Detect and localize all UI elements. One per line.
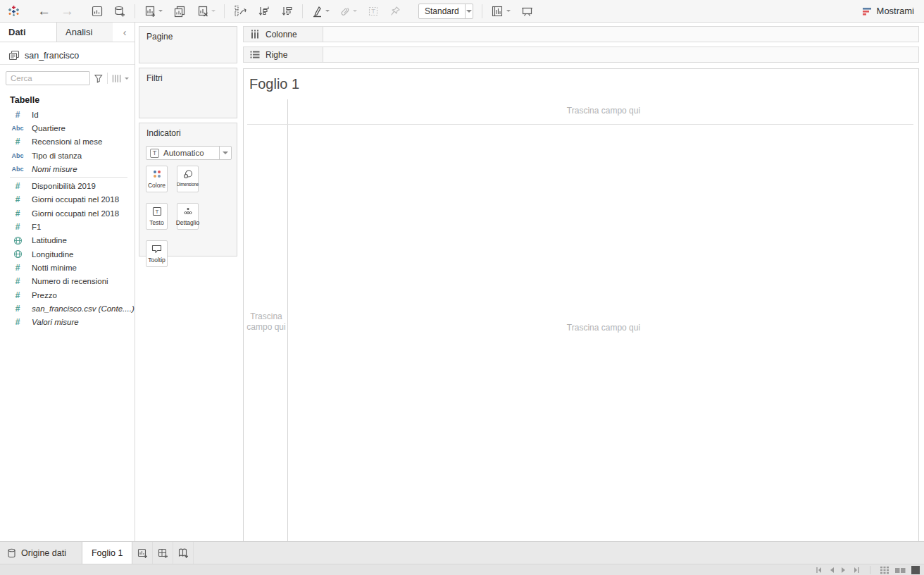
- sort-ascending-button[interactable]: [257, 5, 270, 18]
- group-caret: [353, 10, 357, 12]
- color-button[interactable]: Colore: [146, 166, 168, 192]
- highlight-button[interactable]: [311, 5, 330, 18]
- detail-button[interactable]: Dettaglio: [177, 203, 199, 230]
- new-worksheet-tab-button[interactable]: [132, 542, 153, 564]
- search-input[interactable]: [6, 71, 90, 85]
- new-datasource-button[interactable]: [113, 5, 126, 18]
- size-button[interactable]: Dimensione: [177, 166, 199, 192]
- field-disponibilita-2019[interactable]: #Disponibilità 2019: [10, 179, 135, 192]
- mark-label-icon: T: [367, 5, 380, 18]
- sheet-sorter-icon[interactable]: [880, 567, 889, 574]
- columns-drop-area[interactable]: [323, 27, 918, 42]
- datasource-tab[interactable]: Origine dati: [0, 542, 76, 564]
- field-giorni-occupati-2018-a[interactable]: #Giorni occupati nel 2018: [10, 193, 135, 206]
- detail-label: Dettaglio: [176, 219, 200, 226]
- field-longitudine[interactable]: Longitudine: [10, 247, 135, 261]
- detail-icon: [183, 204, 193, 219]
- clear-sheet-caret: [211, 10, 216, 12]
- dimension-measure-divider: [10, 177, 127, 178]
- field-nomi-misure[interactable]: AbcNomi misure: [10, 162, 135, 175]
- cell-size-icon: [491, 5, 504, 18]
- globe-icon: [10, 249, 25, 259]
- back-arrow-icon: ←: [37, 4, 51, 18]
- show-mark-labels-button[interactable]: T: [367, 5, 380, 18]
- field-recensioni-al-mese[interactable]: #Recensioni al mese: [10, 135, 135, 149]
- tab-data[interactable]: Dati: [0, 23, 56, 42]
- size-icon: [182, 166, 194, 182]
- pane-tabs: Dati Analisi ‹: [0, 23, 135, 42]
- filter-funnel-icon[interactable]: [94, 73, 104, 83]
- active-sheet-view-icon[interactable]: [911, 566, 920, 574]
- columns-label-text: Colonne: [266, 30, 297, 39]
- save-icon: [91, 5, 104, 18]
- new-worksheet-tab-icon: [137, 548, 149, 559]
- field-id[interactable]: #Id: [10, 108, 135, 121]
- number-icon: #: [10, 110, 25, 120]
- duplicate-button[interactable]: [173, 5, 187, 18]
- field-numero-di-recensioni[interactable]: #Numero di recensioni: [10, 275, 135, 288]
- sort-descending-icon: [280, 5, 294, 18]
- mark-buttons: Colore Dimensione T Testo: [139, 166, 237, 278]
- cell-size-caret: [506, 10, 511, 12]
- undo-button[interactable]: ←: [37, 4, 51, 18]
- field-prezzo[interactable]: #Prezzo: [10, 288, 135, 302]
- tab-analytics[interactable]: Analisi: [56, 23, 113, 42]
- main-area: Dati Analisi ‹ san_francisco Tabelle #Id…: [0, 23, 924, 541]
- mark-type-icon: T: [150, 149, 159, 158]
- columns-shelf[interactable]: Colonne: [243, 26, 919, 42]
- text-button[interactable]: T Testo: [146, 203, 168, 230]
- tooltip-button[interactable]: Tooltip: [146, 240, 168, 267]
- drop-hint-rows: Trascina campo qui: [246, 311, 286, 333]
- field-tipo-di-stanza[interactable]: AbcTipo di stanza: [10, 149, 135, 162]
- svg-text:T: T: [155, 209, 158, 215]
- clear-sheet-button[interactable]: [196, 5, 216, 18]
- swap-rows-columns-button[interactable]: [233, 4, 247, 18]
- new-worksheet-icon: [144, 5, 156, 18]
- fit-select[interactable]: Standard: [418, 4, 473, 19]
- datasource-tab-label: Origine dati: [21, 548, 66, 558]
- fix-axes-button[interactable]: [389, 5, 401, 18]
- new-worksheet-button[interactable]: [144, 5, 163, 18]
- datasource-name: san_francisco: [25, 51, 79, 61]
- field-giorni-occupati-2018-b[interactable]: #Giorni occupati nel 2018: [10, 206, 135, 220]
- tableau-logo-icon[interactable]: [7, 4, 20, 18]
- first-sheet-icon[interactable]: [816, 567, 823, 574]
- mark-type-dropdown[interactable]: T Automatico: [146, 146, 232, 160]
- clear-sheet-icon: [196, 5, 209, 18]
- field-valori-misure[interactable]: #Valori misure: [10, 315, 135, 328]
- paperclip-icon: [339, 5, 351, 18]
- new-story-button[interactable]: [173, 542, 194, 564]
- presentation-mode-button[interactable]: [520, 5, 534, 18]
- save-button[interactable]: [91, 5, 104, 18]
- sheet-tab-foglio1[interactable]: Foglio 1: [82, 542, 132, 564]
- pages-shelf[interactable]: Pagine: [139, 26, 237, 63]
- color-label: Colore: [148, 182, 166, 189]
- field-san-francisco-csv-count[interactable]: #san_francisco.csv (Conte....): [10, 302, 135, 315]
- field-latitudine[interactable]: Latitudine: [10, 234, 135, 247]
- rows-shelf-label: Righe: [244, 47, 323, 62]
- field-quartiere[interactable]: AbcQuartiere: [10, 121, 135, 135]
- field-f1[interactable]: #F1: [10, 220, 135, 233]
- number-icon: #: [10, 263, 25, 273]
- view-options-caret[interactable]: [125, 78, 129, 80]
- last-sheet-icon[interactable]: [853, 567, 860, 574]
- view-as-grid-icon[interactable]: [111, 74, 122, 83]
- worksheet-view[interactable]: Foglio 1 Trascina campo qui Trascina cam…: [243, 68, 919, 560]
- group-members-button[interactable]: [339, 5, 357, 18]
- sort-descending-button[interactable]: [280, 5, 294, 18]
- filters-shelf[interactable]: Filtri: [139, 68, 237, 118]
- tableau-app: ← →: [0, 0, 924, 575]
- number-icon: #: [10, 181, 25, 191]
- show-me-button[interactable]: Mostrami: [862, 6, 918, 16]
- next-sheet-icon[interactable]: [841, 567, 847, 574]
- collapse-pane-button[interactable]: ‹: [115, 23, 135, 42]
- rows-drop-area[interactable]: [323, 47, 918, 62]
- redo-button[interactable]: →: [61, 4, 74, 18]
- new-dashboard-button[interactable]: [153, 542, 173, 564]
- rows-shelf[interactable]: Righe: [243, 47, 919, 63]
- datasource-row[interactable]: san_francisco: [0, 47, 135, 65]
- previous-sheet-icon[interactable]: [829, 567, 835, 574]
- cell-size-button[interactable]: [491, 5, 511, 18]
- filmstrip-icon[interactable]: [895, 567, 906, 574]
- field-notti-minime[interactable]: #Notti minime: [10, 261, 135, 274]
